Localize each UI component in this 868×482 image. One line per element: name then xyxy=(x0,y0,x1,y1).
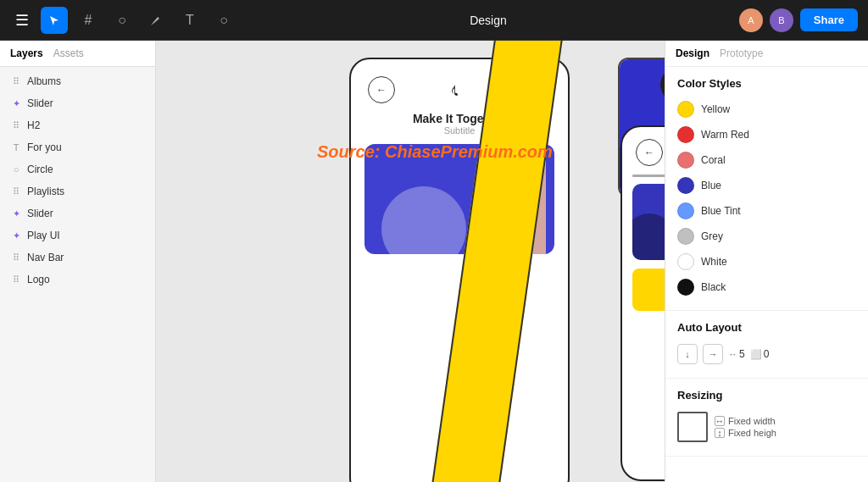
warmred-swatch xyxy=(677,126,694,143)
component-icon: ✦ xyxy=(10,98,22,109)
fixed-width-label: Fixed width xyxy=(728,416,776,426)
avatar-user1[interactable]: A xyxy=(739,8,763,32)
layer-item-foryou[interactable]: T For you xyxy=(0,136,155,158)
layer-item-circle[interactable]: ○ Circle xyxy=(0,158,155,180)
layer-label: Nav Bar xyxy=(27,252,64,263)
color-name-blue: Blue xyxy=(701,180,721,191)
canvas-title: Design xyxy=(244,14,732,27)
fixed-height-label: Fixed heigh xyxy=(728,428,776,438)
avatar-user2[interactable]: B xyxy=(770,8,793,32)
color-row-coral[interactable]: Coral xyxy=(677,147,856,173)
resizing-controls: ↔ Fixed width ↕ Fixed heigh xyxy=(677,408,856,446)
main-layout: Layers Assets ⠿ Albums ✦ Slider ⠿ H2 T F… xyxy=(0,41,868,482)
layer-item-slider1[interactable]: ✦ Slider xyxy=(0,92,155,114)
color-row-warmred[interactable]: Warm Red xyxy=(677,122,856,147)
grid-icon: ⠿ xyxy=(10,186,22,197)
pen-tool[interactable] xyxy=(142,7,170,34)
direction-down-icon[interactable]: ↓ xyxy=(677,344,698,364)
fixed-height-option[interactable]: ↕ Fixed heigh xyxy=(715,428,776,438)
color-name-warmred: Warm Red xyxy=(701,129,749,141)
circle-tool[interactable]: ○ xyxy=(108,7,136,34)
tab-layers[interactable]: Layers xyxy=(10,47,43,59)
back-button-right[interactable]: ← xyxy=(636,139,663,166)
menu-icon[interactable]: ☰ xyxy=(10,8,34,33)
gap-icon: ↔ xyxy=(728,349,737,359)
layer-label: Slider xyxy=(27,208,53,219)
black-swatch xyxy=(677,279,694,296)
color-row-blue[interactable]: Blue xyxy=(677,173,856,198)
topbar: ☰ # ○ T ○ Design A B Share xyxy=(0,0,868,41)
back-button[interactable]: ← xyxy=(368,76,395,103)
color-styles-title: Color Styles xyxy=(677,77,856,90)
padding-value[interactable]: 0 xyxy=(764,348,770,360)
color-name-coral: Coral xyxy=(701,154,726,166)
progress-track xyxy=(632,175,665,177)
resizing-section: Resizing ↔ Fixed width ↕ Fixed heigh xyxy=(665,379,868,457)
tab-design[interactable]: Design xyxy=(676,47,709,59)
share-button[interactable]: Share xyxy=(800,8,858,31)
color-row-bluetint[interactable]: Blue Tint xyxy=(677,198,856,224)
fixed-width-checkbox[interactable]: ↔ xyxy=(715,416,725,426)
purple-blob-shape xyxy=(381,186,466,254)
component-icon: ✦ xyxy=(10,208,22,219)
topbar-right: A B Share xyxy=(739,8,858,32)
layer-list: ⠿ Albums ✦ Slider ⠿ H2 T For you ○ Circl… xyxy=(0,67,155,482)
direction-right-icon[interactable]: → xyxy=(703,344,723,364)
grid-icon: ⠿ xyxy=(10,274,22,285)
color-row-grey[interactable]: Grey xyxy=(677,224,856,249)
circle-icon: ○ xyxy=(10,164,22,175)
white-swatch xyxy=(677,253,694,270)
layer-label: Play UI xyxy=(27,230,60,241)
card-right: ← ♪ ▶ xyxy=(620,125,665,481)
right-panel-tabs: Design Prototype xyxy=(665,41,868,67)
resize-options: ↔ Fixed width ↕ Fixed heigh xyxy=(715,416,776,438)
arrow-tool[interactable] xyxy=(41,7,68,34)
padding-field: ⬜ 0 xyxy=(750,348,770,360)
resize-box-preview xyxy=(677,412,708,442)
grey-swatch xyxy=(677,228,694,245)
color-name-yellow: Yellow xyxy=(701,103,730,115)
fixed-height-checkbox[interactable]: ↕ xyxy=(715,428,725,438)
card-bottom-yellow xyxy=(632,269,665,311)
canvas-content: Source: ChiasePremium.com ⬡ ⏮ NEW! ✦ Hea… xyxy=(156,41,665,482)
layer-item-h2[interactable]: ⠿ H2 xyxy=(0,114,155,136)
color-row-black[interactable]: Black xyxy=(677,274,856,300)
grid-icon: ⠿ xyxy=(10,120,22,131)
auto-layout-controls: ↓ → ↔ 5 ⬜ 0 xyxy=(677,341,856,368)
auto-layout-section: Auto Layout ↓ → ↔ 5 ⬜ 0 xyxy=(665,311,868,379)
color-styles-section: Color Styles Yellow Warm Red Coral Blue … xyxy=(665,67,868,311)
color-name-black: Black xyxy=(701,281,726,293)
grid-icon: ⠿ xyxy=(10,252,22,263)
hash-tool[interactable]: # xyxy=(75,7,102,34)
tab-assets[interactable]: Assets xyxy=(53,47,84,59)
color-row-yellow[interactable]: Yellow xyxy=(677,97,856,122)
mini-sticker: ⬡ xyxy=(660,68,665,102)
layer-item-navbar[interactable]: ⠿ Nav Bar xyxy=(0,247,155,269)
layer-label: H2 xyxy=(27,119,40,131)
grid-icon: ⠿ xyxy=(10,76,22,87)
progress-fill xyxy=(632,175,665,177)
card-right-images: ▶ xyxy=(622,184,665,260)
layer-item-logo[interactable]: ⠿ Logo xyxy=(0,269,155,291)
card-right-header: ← ♪ xyxy=(622,127,665,171)
speech-tool[interactable]: ○ xyxy=(210,7,237,34)
gap-field: ↔ 5 xyxy=(728,348,745,360)
text-icon: T xyxy=(10,142,22,152)
layer-item-albums[interactable]: ⠿ Albums xyxy=(0,70,155,92)
text-tool[interactable]: T xyxy=(176,7,203,34)
padding-icon: ⬜ xyxy=(750,349,762,360)
tab-prototype[interactable]: Prototype xyxy=(720,47,763,59)
gap-value[interactable]: 5 xyxy=(739,348,745,360)
layer-label: Circle xyxy=(27,163,53,175)
layer-label: For you xyxy=(27,141,62,153)
bluetint-swatch xyxy=(677,202,694,219)
layer-item-playlists[interactable]: ⠿ Playlists xyxy=(0,180,155,202)
fixed-width-option[interactable]: ↔ Fixed width xyxy=(715,416,776,426)
layer-item-slider2[interactable]: ✦ Slider xyxy=(0,202,155,224)
right-panel: Design Prototype Color Styles Yellow War… xyxy=(665,41,868,482)
layer-item-playui[interactable]: ✦ Play UI xyxy=(0,224,155,247)
blue-swatch xyxy=(677,177,694,194)
color-row-white[interactable]: White xyxy=(677,249,856,274)
color-name-grey: Grey xyxy=(701,230,723,242)
color-name-bluetint: Blue Tint xyxy=(701,205,741,217)
